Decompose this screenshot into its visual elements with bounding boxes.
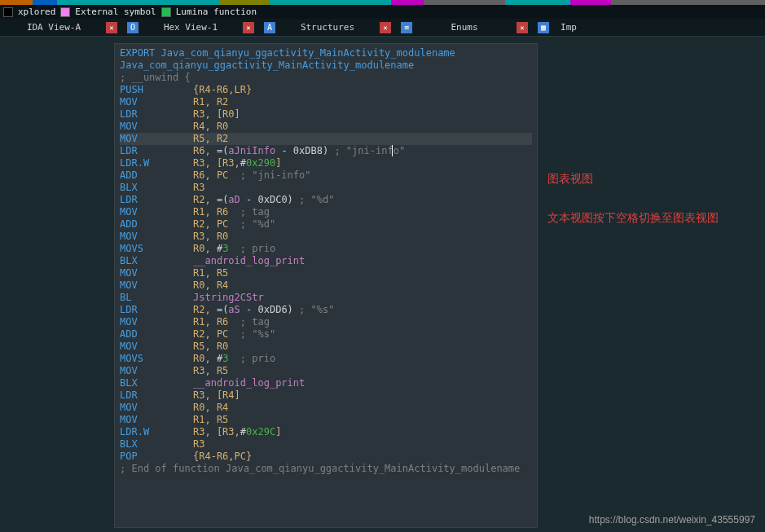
operands: R3, R5 <box>193 365 228 377</box>
mnemonic: ADD <box>120 328 193 341</box>
asm-line[interactable]: MOVR3, R5 <box>120 365 532 377</box>
annotation-line: 图表视图 <box>547 167 719 190</box>
operands: R2, PC ; "%d" <box>193 218 275 231</box>
mnemonic: PUSH <box>120 84 193 96</box>
operands: R6, =(aJniInfo - 0xDB8) ; "jni-info" <box>193 145 405 157</box>
operands: R5, R2 <box>193 133 228 145</box>
operands: R1, R5 <box>193 267 228 279</box>
asm-line[interactable]: MOVSR0, #3 ; prio <box>120 353 532 365</box>
mnemonic: ADD <box>120 169 193 182</box>
mnemonic: BLX <box>120 438 193 451</box>
tab-hex-view[interactable]: O Hex View-1 ✕ <box>122 19 259 36</box>
mnemonic: BL <box>120 292 193 304</box>
operands: R0, #3 ; prio <box>193 353 275 365</box>
symbol-line: Java_com_qianyu_ggactivity_MainActivity_… <box>120 59 532 72</box>
asm-line[interactable]: MOVSR0, #3 ; prio <box>120 243 532 255</box>
close-icon[interactable]: ✕ <box>517 22 528 33</box>
asm-line[interactable]: MOVR4, R0 <box>120 121 532 133</box>
end-directive: ; End of function Java_com_qianyu_ggacti… <box>120 463 532 475</box>
operands: R6, PC ; "jni-info" <box>193 169 311 182</box>
tabs-row: IDA View-A ✕ O Hex View-1 ✕ A Structures… <box>0 19 765 37</box>
legend-row: xplored External symbol Lumina function <box>0 5 765 19</box>
asm-line[interactable]: POP{R4-R6,PC} <box>120 451 532 463</box>
asm-line[interactable]: MOVR1, R6 ; tag <box>120 316 532 328</box>
close-icon[interactable]: ✕ <box>380 22 391 33</box>
legend-label: xplored <box>18 7 55 17</box>
asm-line[interactable]: BLXR3 <box>120 438 532 451</box>
mnemonic: LDR <box>120 108 193 121</box>
operands: R5, R0 <box>193 341 228 353</box>
asm-line[interactable]: MOVR5, R0 <box>120 341 532 353</box>
mnemonic: MOV <box>120 414 193 426</box>
overview-colorbar <box>0 0 765 5</box>
asm-line[interactable]: MOVR1, R2 <box>120 96 532 108</box>
tab-structures[interactable]: A Structures ✕ <box>259 19 396 36</box>
asm-line[interactable]: ADDR2, PC ; "%d" <box>120 218 532 231</box>
asm-line[interactable]: MOVR0, R4 <box>120 402 532 414</box>
tab-label: Enums <box>415 22 513 33</box>
mnemonic: MOV <box>120 206 193 218</box>
hex-icon: O <box>127 22 138 33</box>
asm-line[interactable]: LDRR3, [R0] <box>120 108 532 121</box>
operands: R1, R2 <box>193 96 228 108</box>
text-cursor <box>392 145 393 156</box>
asm-line[interactable]: LDRR3, [R4] <box>120 389 532 402</box>
legend-swatch <box>161 7 171 17</box>
asm-line[interactable]: MOVR1, R5 <box>120 414 532 426</box>
asm-line[interactable]: BLJstring2CStr <box>120 292 532 304</box>
operands: R3 <box>193 182 204 194</box>
operands: R3, [R3,#0x29C] <box>193 426 281 438</box>
legend-swatch <box>3 7 13 17</box>
asm-line[interactable]: MOVR1, R6 ; tag <box>120 206 532 218</box>
operands: R0, #3 ; prio <box>193 243 275 255</box>
asm-line[interactable]: MOVR1, R5 <box>120 267 532 279</box>
asm-line[interactable]: MOVR3, R0 <box>120 231 532 243</box>
asm-line[interactable]: BLX__android_log_print <box>120 377 532 389</box>
tab-label: IDA View-A <box>5 22 103 33</box>
asm-line[interactable]: LDRR2, =(aD - 0xDC0) ; "%d" <box>120 194 532 206</box>
mnemonic: MOV <box>120 341 193 353</box>
struct-icon: A <box>264 22 275 33</box>
tab-enums[interactable]: ≡ Enums ✕ <box>396 19 533 36</box>
asm-line[interactable]: LDR.WR3, [R3,#0x290] <box>120 157 532 169</box>
operands: R2, =(aS - 0xDD6) ; "%s" <box>193 304 334 316</box>
legend-label: Lumina function <box>176 7 257 17</box>
mnemonic: LDR.W <box>120 157 193 169</box>
mnemonic: MOV <box>120 316 193 328</box>
asm-line[interactable]: LDR.WR3, [R3,#0x29C] <box>120 426 532 438</box>
tab-imports[interactable]: ▦ Imp <box>533 19 590 36</box>
mnemonic: LDR <box>120 304 193 316</box>
operands: R3, [R3,#0x290] <box>193 157 281 169</box>
tab-label: Imp <box>552 22 585 33</box>
asm-line[interactable]: ADDR2, PC ; "%s" <box>120 328 532 341</box>
mnemonic: MOV <box>120 267 193 279</box>
disassembly-view[interactable]: EXPORT Java_com_qianyu_ggactivity_MainAc… <box>114 43 538 528</box>
close-icon[interactable]: ✕ <box>243 22 254 33</box>
tab-ida-view[interactable]: IDA View-A ✕ <box>0 19 122 36</box>
mnemonic: BLX <box>120 255 193 267</box>
legend-label: External symbol <box>75 7 156 17</box>
mnemonic: MOVS <box>120 243 193 255</box>
tab-label: Structures <box>279 22 376 33</box>
mnemonic: POP <box>120 451 193 463</box>
operands: R3, [R0] <box>193 108 240 121</box>
tab-label: Hex View-1 <box>142 22 240 33</box>
export-line: EXPORT Java_com_qianyu_ggactivity_MainAc… <box>120 47 532 59</box>
side-annotations: 图表视图 文本视图按下空格切换至图表视图 <box>547 167 719 528</box>
operands: R4, R0 <box>193 121 228 133</box>
operands: R1, R6 ; tag <box>193 316 270 328</box>
operands: __android_log_print <box>193 255 305 267</box>
asm-line[interactable]: LDRR6, =(aJniInfo - 0xDB8) ; "jni-info" <box>120 145 532 157</box>
asm-line[interactable]: BLX__android_log_print <box>120 255 532 267</box>
asm-line[interactable]: MOVR0, R4 <box>120 279 532 292</box>
asm-line[interactable]: PUSH{R4-R6,LR} <box>120 84 532 96</box>
annotation-line: 文本视图按下空格切换至图表视图 <box>547 206 719 229</box>
close-icon[interactable]: ✕ <box>106 22 117 33</box>
asm-line[interactable]: LDRR2, =(aS - 0xDD6) ; "%s" <box>120 304 532 316</box>
mnemonic: LDR <box>120 145 193 157</box>
mnemonic: BLX <box>120 377 193 389</box>
asm-line[interactable]: MOVR5, R2 <box>120 133 532 145</box>
asm-line[interactable]: ADDR6, PC ; "jni-info" <box>120 169 532 182</box>
asm-line[interactable]: BLXR3 <box>120 182 532 194</box>
mnemonic: MOV <box>120 121 193 133</box>
